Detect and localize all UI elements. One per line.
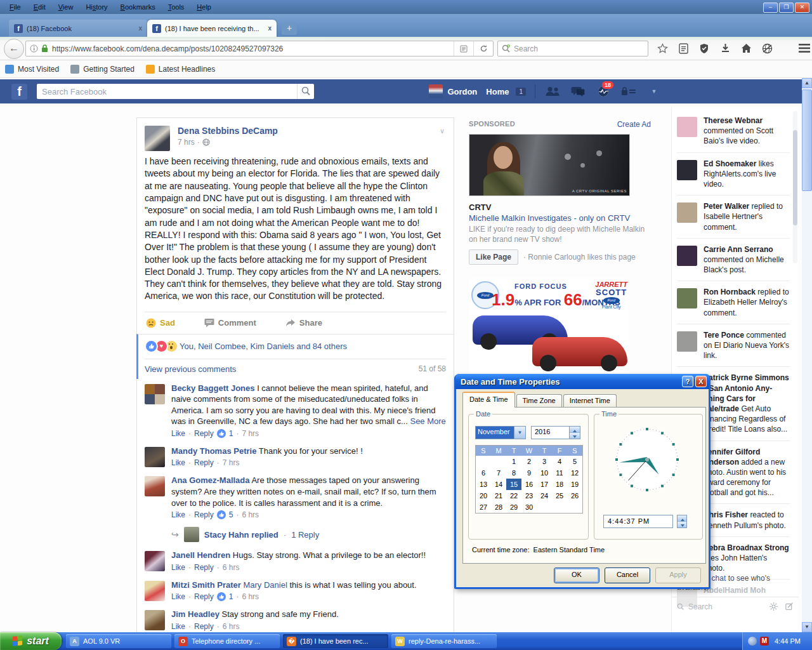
- calendar-day-28[interactable]: 28: [491, 501, 506, 513]
- calendar-day-14[interactable]: 14: [491, 479, 506, 490]
- comment-time[interactable]: 7 hrs: [242, 429, 259, 438]
- calendar-day-3[interactable]: 3: [537, 456, 552, 467]
- calendar-day-11[interactable]: 11: [552, 467, 567, 479]
- like-link[interactable]: Like: [171, 510, 185, 519]
- month-select[interactable]: November ▼: [475, 426, 526, 439]
- share-button[interactable]: Share: [285, 318, 322, 328]
- time-field[interactable]: 4:44:37 PM: [603, 515, 673, 528]
- commenter-avatar[interactable]: [145, 610, 165, 630]
- reply-link[interactable]: Reply: [194, 563, 214, 572]
- menu-edit[interactable]: Edit: [28, 2, 51, 12]
- comment-button[interactable]: Comment: [204, 318, 256, 328]
- post-time[interactable]: 7 hrs: [178, 138, 195, 147]
- home-icon[interactable]: [738, 41, 754, 56]
- time-up-icon[interactable]: [678, 515, 686, 522]
- calendar-day-7[interactable]: 7: [491, 467, 506, 479]
- comment-time[interactable]: 6 hrs: [223, 622, 240, 631]
- volume-tray-icon[interactable]: [748, 637, 757, 646]
- browser-search-field[interactable]: Search: [497, 41, 648, 56]
- commenter-avatar[interactable]: [145, 581, 165, 601]
- dialog-title-bar[interactable]: Date and Time Properties ? X: [455, 374, 709, 389]
- info-icon[interactable]: [30, 44, 38, 53]
- create-ad-link[interactable]: Create Ad: [617, 120, 651, 129]
- year-down-icon[interactable]: [570, 433, 580, 439]
- reactions-row[interactable]: ♥ You, Neil Combee, Kim Daniels and 84 o…: [145, 340, 446, 359]
- ticker-item[interactable]: Tere Ponce commented on El Diario Nueva …: [677, 324, 790, 368]
- menu-file[interactable]: File: [4, 2, 27, 12]
- dialog-help-button[interactable]: ?: [682, 376, 693, 387]
- time-down-icon[interactable]: [678, 522, 686, 527]
- post-author-name[interactable]: Dena Stebbins DeCamp: [178, 126, 446, 136]
- download-icon[interactable]: [717, 41, 733, 56]
- calendar-day-19[interactable]: 19: [567, 479, 582, 490]
- reply-link[interactable]: Reply: [194, 510, 214, 519]
- tab-post[interactable]: f (18) I have been receiving th... x: [147, 20, 277, 37]
- post-options-chevron-icon[interactable]: ∨: [440, 127, 445, 135]
- globe-extension-icon[interactable]: [759, 41, 775, 56]
- bookmark-latest-headlines[interactable]: Latest Headlines: [146, 65, 215, 74]
- taskbar-task-2[interactable]: �(18) I have been rec...: [283, 634, 388, 648]
- commenter-avatar[interactable]: [145, 476, 165, 496]
- calendar-day-21[interactable]: 21: [491, 490, 506, 501]
- calendar-day-26[interactable]: 26: [567, 490, 582, 501]
- menu-history[interactable]: History: [80, 2, 113, 12]
- messages-icon[interactable]: [570, 85, 586, 98]
- month-dropdown-icon[interactable]: ▼: [514, 427, 525, 439]
- commenter-avatar[interactable]: [145, 551, 165, 571]
- dialog-close-button[interactable]: X: [695, 376, 707, 387]
- time-spinner[interactable]: [677, 515, 687, 528]
- mcafee-tray-icon[interactable]: M: [760, 637, 769, 646]
- commenter-avatar[interactable]: [145, 447, 165, 467]
- tab-close-icon[interactable]: x: [138, 25, 142, 32]
- calendar-day-15[interactable]: 15: [506, 479, 521, 490]
- calendar-day-2[interactable]: 2: [521, 456, 537, 467]
- taskbar-task-0[interactable]: AAOL 9.0 VR: [66, 634, 171, 648]
- like-link[interactable]: Like: [171, 429, 185, 438]
- cancel-button[interactable]: Cancel: [605, 567, 650, 583]
- like-link[interactable]: Like: [171, 622, 185, 631]
- reply-link[interactable]: Reply: [194, 429, 214, 438]
- privacy-shortcuts-icon[interactable]: [620, 85, 637, 98]
- facebook-logo[interactable]: f: [11, 84, 27, 100]
- calendar-day-1[interactable]: 1: [506, 456, 521, 467]
- reply-count-link[interactable]: 1 Reply: [291, 530, 319, 540]
- ad-brand[interactable]: CRTV: [469, 202, 651, 212]
- gear-icon[interactable]: [769, 602, 778, 611]
- commenter-name[interactable]: Janell Hendren: [171, 550, 230, 560]
- bookmark-most-visited[interactable]: Most Visited: [5, 65, 59, 74]
- year-spinner[interactable]: 2016: [531, 426, 580, 439]
- tab-facebook[interactable]: f (18) Facebook x: [9, 20, 147, 37]
- commenter-name[interactable]: Mandy Thomas Petrie: [171, 446, 256, 456]
- tab-time-zone[interactable]: Time Zone: [516, 394, 562, 408]
- commenter-avatar[interactable]: [145, 384, 165, 404]
- reader-mode-icon[interactable]: [454, 41, 473, 56]
- scroll-down-icon[interactable]: ▼: [802, 622, 812, 632]
- hamburger-menu-icon[interactable]: [797, 41, 812, 56]
- tab-internet-time[interactable]: Internet Time: [563, 394, 617, 408]
- crtv-ad-image[interactable]: A CRTV ORIGINAL SERIES: [469, 134, 630, 196]
- ticker-item[interactable]: Ron Hornback replied to Elizabeth Heller…: [677, 281, 790, 324]
- scrollbar-thumb[interactable]: [802, 90, 812, 191]
- commenter-name[interactable]: Mitzi Smith Prater: [171, 580, 241, 590]
- calendar-day-10[interactable]: 10: [537, 467, 552, 479]
- ticker-item[interactable]: Peter Walker replied to Isabelle Hertner…: [677, 196, 790, 239]
- back-button[interactable]: ←: [4, 39, 24, 59]
- home-link[interactable]: Home 1: [486, 87, 526, 96]
- ticker-item[interactable]: Ed Shoemaker likes RightAlerts.com's liv…: [677, 153, 790, 196]
- restore-button[interactable]: ❐: [779, 3, 794, 13]
- like-link[interactable]: Like: [171, 563, 185, 572]
- calendar-day-16[interactable]: 16: [521, 479, 537, 490]
- close-button[interactable]: ✕: [795, 3, 809, 13]
- commenter-name[interactable]: Jim Headley: [171, 609, 219, 619]
- like-link[interactable]: Like: [171, 592, 185, 601]
- notifications-icon[interactable]: 18: [595, 85, 612, 98]
- reply-author[interactable]: Stacy Hahn replied: [204, 530, 278, 540]
- menu-tools[interactable]: Tools: [162, 2, 190, 12]
- ok-button[interactable]: OK: [554, 567, 599, 583]
- menu-view[interactable]: View: [53, 2, 79, 12]
- calendar-day-27[interactable]: 27: [476, 501, 491, 513]
- view-previous-comments-link[interactable]: View previous comments: [145, 364, 236, 374]
- taskbar-task-3[interactable]: Wreply-Dena-re-harass...: [391, 634, 497, 648]
- comment-time[interactable]: 6 hrs: [242, 592, 259, 601]
- menu-bookmarks[interactable]: Bookmarks: [115, 2, 161, 12]
